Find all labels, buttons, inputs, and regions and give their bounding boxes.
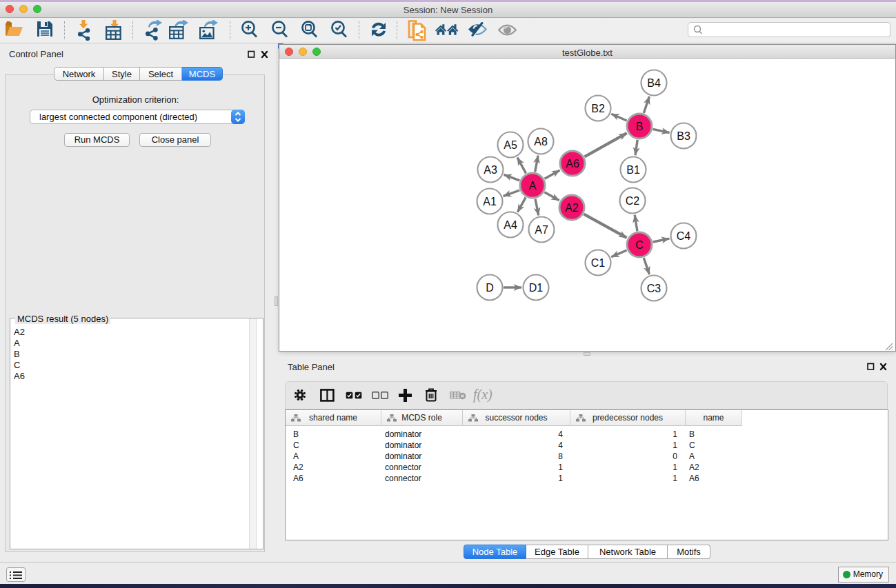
svg-text:D: D: [486, 282, 494, 294]
svg-text:B4: B4: [647, 77, 661, 89]
svg-text:D1: D1: [529, 282, 544, 294]
svg-text:C2: C2: [626, 195, 640, 207]
svg-text:C: C: [635, 239, 644, 251]
svg-text:A7: A7: [535, 224, 548, 236]
svg-text:A6: A6: [566, 158, 579, 170]
svg-text:C3: C3: [647, 283, 661, 294]
svg-text:B1: B1: [626, 164, 640, 176]
svg-text:A4: A4: [504, 219, 517, 231]
svg-text:C4: C4: [677, 230, 691, 242]
svg-text:B: B: [636, 121, 644, 132]
svg-text:A5: A5: [504, 139, 517, 151]
svg-text:A3: A3: [484, 164, 497, 176]
svg-text:B3: B3: [677, 130, 690, 142]
svg-text:A2: A2: [565, 202, 579, 214]
svg-text:A: A: [529, 180, 537, 192]
svg-text:A8: A8: [534, 136, 548, 148]
svg-text:A1: A1: [483, 196, 497, 207]
svg-text:B2: B2: [591, 103, 605, 114]
svg-text:C1: C1: [591, 257, 606, 269]
